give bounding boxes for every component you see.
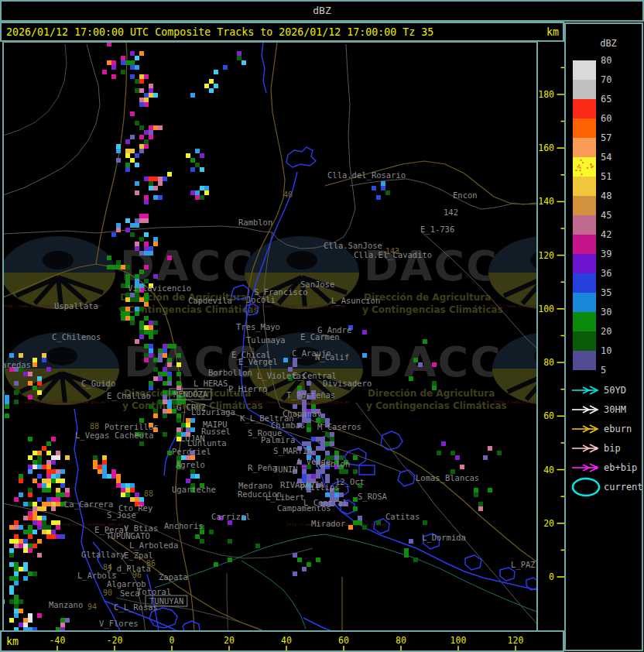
- radar-echo-cell: [111, 474, 116, 479]
- radar-echo-cell: [46, 497, 51, 502]
- radar-echo-cell: [139, 269, 144, 274]
- radar-echo-cell: [144, 302, 149, 307]
- map-label: Catitas: [385, 512, 420, 521]
- scale-swatch: [573, 60, 596, 80]
- watermark-line2: y Contingencias Climáticas: [366, 400, 507, 411]
- radar-echo-cell: [135, 163, 139, 167]
- radar-echo-cell: [158, 181, 163, 186]
- radar-echo-cell: [65, 492, 70, 497]
- lake-outline: [286, 147, 316, 167]
- radar-echo-cell: [135, 311, 139, 316]
- radar-echo-cell: [19, 474, 23, 479]
- radar-echo-cell: [130, 297, 135, 302]
- radar-echo-cell: [204, 84, 209, 88]
- scale-label: 42: [601, 229, 611, 240]
- route-line: [325, 161, 537, 204]
- radar-echo-cell: [23, 372, 28, 376]
- radar-echo-cell: [181, 423, 186, 427]
- watermark-line2: y Contingencias Climáticas: [362, 304, 503, 315]
- y-axis: 180160140120100806040200: [538, 67, 564, 582]
- radar-echo-cell: [149, 84, 153, 88]
- legend-label: 50YD: [604, 385, 626, 396]
- radar-echo-cell: [474, 488, 478, 492]
- radar-echo-cell: [320, 441, 325, 446]
- radar-echo-cell: [46, 474, 51, 479]
- radar-echo-cell: [28, 530, 33, 534]
- road-marker: 86: [146, 559, 156, 568]
- map-label: M_Caseros: [317, 422, 361, 432]
- radar-echo-cell: [153, 186, 158, 190]
- radar-echo-cell: [130, 483, 135, 488]
- radar-echo-cell: [330, 441, 334, 446]
- radar-echo-cell: [56, 488, 60, 492]
- scale-label: 35: [601, 287, 611, 298]
- radar-echo-cell: [195, 163, 200, 167]
- map-label: Ugarteche: [172, 485, 216, 494]
- radar-echo-cell: [237, 51, 242, 56]
- radar-echo-cell: [130, 149, 135, 153]
- radar-echo-cell: [135, 153, 139, 158]
- scale-swatch: [573, 99, 596, 118]
- radar-echo-cell: [144, 130, 149, 135]
- radar-echo-cell: [144, 139, 149, 144]
- radar-echo-cell: [348, 525, 353, 530]
- radar-echo-cell: [33, 516, 37, 520]
- radar-echo-cell: [9, 539, 14, 544]
- radar-echo-cell: [135, 274, 139, 279]
- radar-echo-cell: [307, 423, 311, 427]
- radar-echo-cell: [139, 51, 144, 56]
- radar-echo-cell: [14, 604, 19, 609]
- scale-label: 57: [601, 132, 611, 143]
- radar-echo-cell: [37, 474, 42, 479]
- radar-echo-cell: [28, 469, 33, 474]
- radar-echo-cell: [125, 297, 130, 302]
- river-line: [262, 43, 266, 93]
- radar-echo-cell: [37, 376, 42, 381]
- radar-echo-cell: [144, 316, 149, 321]
- radar-echo-cell: [125, 218, 130, 223]
- scale-swatch: [573, 235, 596, 254]
- watermark-url: http://www.contingencias.mendoza.gov.ar: [494, 400, 594, 405]
- radar-echo-cell: [144, 232, 149, 237]
- radar-echo-cell: [144, 358, 149, 362]
- map-label: L_Vegas: [75, 431, 109, 441]
- scale-label: 51: [601, 171, 611, 182]
- radar-echo-cell: [153, 125, 158, 130]
- map-label: Encon: [453, 190, 478, 200]
- radar-echo-cell: [125, 60, 130, 65]
- radar-echo-cell: [144, 353, 149, 358]
- radar-echo-cell: [9, 599, 14, 604]
- radar-echo-cell: [14, 544, 19, 548]
- radar-echo-cell: [311, 437, 316, 441]
- radar-echo-cell: [116, 223, 121, 228]
- radar-echo-cell: [60, 623, 65, 627]
- radar-echo-cell: [153, 237, 158, 242]
- radar-echo-cell: [14, 390, 19, 395]
- radar-echo-cell: [125, 167, 130, 172]
- radar-echo-cell: [28, 632, 33, 637]
- radar-echo-cell: [33, 465, 37, 469]
- map-label: JUNIN: [273, 465, 298, 474]
- radar-echo-cell: [14, 571, 19, 576]
- scale-speckle: [582, 162, 584, 163]
- radar-echo-cell: [255, 544, 260, 548]
- radar-echo-cell: [176, 362, 181, 367]
- boundary-line: [3, 44, 100, 195]
- radar-echo-cell: [190, 474, 195, 479]
- x-tick-label: 0: [170, 635, 175, 646]
- map-label: C_Chilenos: [52, 332, 101, 342]
- map-label: Clla.del_Rosario: [327, 170, 406, 180]
- radar-echo-cell: [149, 93, 153, 98]
- radar-echo-cell: [51, 474, 56, 479]
- scale-swatch: [573, 138, 596, 157]
- radar-echo-cell: [200, 153, 204, 158]
- radar-echo-cell: [237, 56, 242, 60]
- radar-echo-cell: [376, 520, 381, 525]
- radar-echo-cell: [149, 344, 153, 348]
- radar-echo-cell: [409, 376, 413, 381]
- radar-echo-cell: [200, 186, 204, 190]
- radar-echo-cell: [144, 144, 149, 149]
- map-label: Palmira: [261, 435, 295, 444]
- radar-echo-cell: [28, 492, 33, 497]
- road-marker: 143: [385, 247, 399, 256]
